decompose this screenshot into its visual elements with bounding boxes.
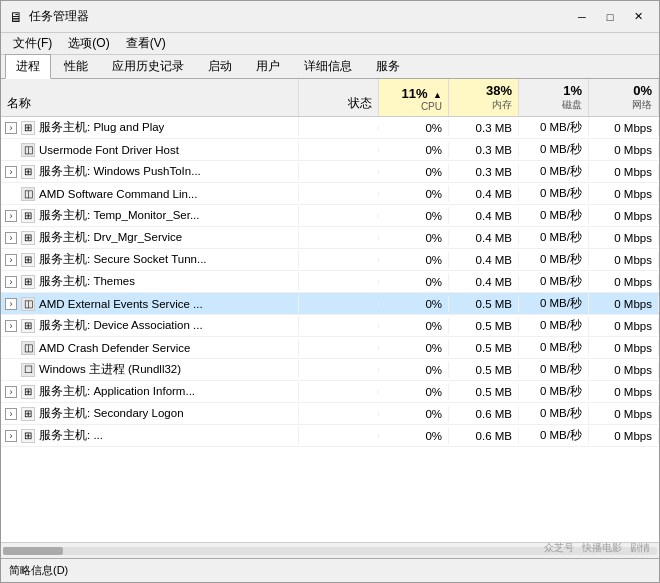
process-disk: 0 MB/秒	[519, 140, 589, 159]
col-name[interactable]: 名称	[1, 79, 299, 116]
scrollbar-thumb[interactable]	[3, 547, 63, 555]
tab-users[interactable]: 用户	[245, 54, 291, 78]
col-status[interactable]: 状态	[299, 79, 379, 116]
process-cpu: 0%	[379, 428, 449, 444]
process-memory: 0.4 MB	[449, 208, 519, 224]
expand-button[interactable]: ›	[5, 122, 17, 134]
process-name-cell: › ⊞ 服务主机: Temp_Monitor_Ser...	[1, 206, 299, 225]
process-disk: 0 MB/秒	[519, 184, 589, 203]
expand-button[interactable]: ›	[5, 320, 17, 332]
table-body: › ⊞ 服务主机: Plug and Play 0% 0.3 MB 0 MB/秒…	[1, 117, 659, 542]
expand-button[interactable]: ›	[5, 276, 17, 288]
process-name: 服务主机: Drv_Mgr_Service	[39, 230, 182, 245]
table-row[interactable]: › ⊞ 服务主机: Temp_Monitor_Ser... 0% 0.4 MB …	[1, 205, 659, 227]
process-cpu: 0%	[379, 120, 449, 136]
process-network: 0 Mbps	[589, 208, 659, 224]
table-row[interactable]: › ⊞ 服务主机: Secondary Logon 0% 0.6 MB 0 MB…	[1, 403, 659, 425]
col-disk[interactable]: 1% 磁盘	[519, 79, 589, 116]
status-bar-label[interactable]: 简略信息(D)	[9, 563, 68, 578]
process-status	[299, 192, 379, 196]
table-row[interactable]: › ⊞ 服务主机: Plug and Play 0% 0.3 MB 0 MB/秒…	[1, 117, 659, 139]
sort-arrow-icon: ▲	[433, 90, 442, 100]
process-disk: 0 MB/秒	[519, 228, 589, 247]
tab-services[interactable]: 服务	[365, 54, 411, 78]
tab-startup[interactable]: 启动	[197, 54, 243, 78]
col-disk-label: 磁盘	[562, 98, 582, 112]
process-cpu: 0%	[379, 252, 449, 268]
table-row[interactable]: › ⊞ 服务主机: Secure Socket Tunn... 0% 0.4 M…	[1, 249, 659, 271]
table-row[interactable]: ◫ AMD Software Command Lin... 0% 0.4 MB …	[1, 183, 659, 205]
process-name: 服务主机: Temp_Monitor_Ser...	[39, 208, 200, 223]
menu-options[interactable]: 选项(O)	[60, 33, 117, 54]
table-row[interactable]: ◫ AMD Crash Defender Service 0% 0.5 MB 0…	[1, 337, 659, 359]
process-cpu: 0%	[379, 296, 449, 312]
tab-processes[interactable]: 进程	[5, 54, 51, 79]
horizontal-scrollbar[interactable]	[1, 542, 659, 558]
expand-button[interactable]: ›	[5, 408, 17, 420]
tab-app-history[interactable]: 应用历史记录	[101, 54, 195, 78]
table-row[interactable]: › ⊞ 服务主机: Device Association ... 0% 0.5 …	[1, 315, 659, 337]
process-name: 服务主机: Application Inform...	[39, 384, 195, 399]
expand-button[interactable]: ›	[5, 298, 17, 310]
expand-button[interactable]: ›	[5, 210, 17, 222]
table-row[interactable]: › ⊞ 服务主机: ... 0% 0.6 MB 0 MB/秒 0 Mbps	[1, 425, 659, 447]
process-cpu: 0%	[379, 362, 449, 378]
minimize-button[interactable]: ─	[569, 8, 595, 26]
process-disk: 0 MB/秒	[519, 272, 589, 291]
process-name: AMD External Events Service ...	[39, 298, 203, 310]
process-memory: 0.5 MB	[449, 318, 519, 334]
menu-bar: 文件(F) 选项(O) 查看(V)	[1, 33, 659, 55]
process-network: 0 Mbps	[589, 142, 659, 158]
col-memory[interactable]: 38% 内存	[449, 79, 519, 116]
close-button[interactable]: ✕	[625, 8, 651, 26]
tab-details[interactable]: 详细信息	[293, 54, 363, 78]
expand-button[interactable]: ›	[5, 430, 17, 442]
col-network[interactable]: 0% 网络	[589, 79, 659, 116]
process-disk: 0 MB/秒	[519, 404, 589, 423]
process-status	[299, 324, 379, 328]
process-memory: 0.6 MB	[449, 428, 519, 444]
process-icon: ◫	[21, 297, 35, 311]
process-cpu: 0%	[379, 186, 449, 202]
process-name-cell: › ◫ AMD External Events Service ...	[1, 295, 299, 313]
menu-file[interactable]: 文件(F)	[5, 33, 60, 54]
table-row[interactable]: ◫ Usermode Font Driver Host 0% 0.3 MB 0 …	[1, 139, 659, 161]
process-network: 0 Mbps	[589, 274, 659, 290]
table-row[interactable]: › ◫ AMD External Events Service ... 0% 0…	[1, 293, 659, 315]
process-status	[299, 412, 379, 416]
window-icon: 🖥	[9, 9, 23, 25]
tab-performance[interactable]: 性能	[53, 54, 99, 78]
process-name-cell: › ⊞ 服务主机: Windows PushToIn...	[1, 162, 299, 181]
process-name: AMD Crash Defender Service	[39, 342, 190, 354]
process-status	[299, 346, 379, 350]
table-row[interactable]: › ⊞ 服务主机: Themes 0% 0.4 MB 0 MB/秒 0 Mbps	[1, 271, 659, 293]
process-disk: 0 MB/秒	[519, 338, 589, 357]
process-icon: ⊞	[21, 231, 35, 245]
process-cpu: 0%	[379, 384, 449, 400]
process-name: 服务主机: Plug and Play	[39, 120, 164, 135]
process-icon: ☐	[21, 363, 35, 377]
process-network: 0 Mbps	[589, 120, 659, 136]
expand-button[interactable]: ›	[5, 254, 17, 266]
title-bar-left: 🖥 任务管理器	[9, 8, 89, 25]
table-row[interactable]: › ⊞ 服务主机: Drv_Mgr_Service 0% 0.4 MB 0 MB…	[1, 227, 659, 249]
maximize-button[interactable]: □	[597, 8, 623, 26]
task-manager-window: 🖥 任务管理器 ─ □ ✕ 文件(F) 选项(O) 查看(V) 进程 性能 应用…	[0, 0, 660, 583]
expand-button[interactable]: ›	[5, 232, 17, 244]
status-bar: 简略信息(D)	[1, 558, 659, 582]
table-row[interactable]: › ⊞ 服务主机: Windows PushToIn... 0% 0.3 MB …	[1, 161, 659, 183]
process-network: 0 Mbps	[589, 186, 659, 202]
process-memory: 0.6 MB	[449, 406, 519, 422]
col-cpu[interactable]: 11% ▲ CPU	[379, 79, 449, 116]
expand-button[interactable]: ›	[5, 166, 17, 178]
process-status	[299, 148, 379, 152]
process-name-cell: ☐ Windows 主进程 (Rundll32)	[1, 360, 299, 379]
col-memory-label: 内存	[492, 98, 512, 112]
menu-view[interactable]: 查看(V)	[118, 33, 174, 54]
table-row[interactable]: › ⊞ 服务主机: Application Inform... 0% 0.5 M…	[1, 381, 659, 403]
process-name-cell: › ⊞ 服务主机: Secure Socket Tunn...	[1, 250, 299, 269]
process-name-cell: › ⊞ 服务主机: ...	[1, 426, 299, 445]
expand-button[interactable]: ›	[5, 386, 17, 398]
process-name-cell: ◫ AMD Crash Defender Service	[1, 339, 299, 357]
table-row[interactable]: ☐ Windows 主进程 (Rundll32) 0% 0.5 MB 0 MB/…	[1, 359, 659, 381]
